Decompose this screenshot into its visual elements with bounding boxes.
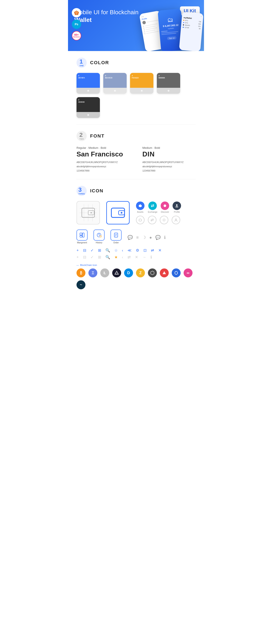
svg-text:!: !: [100, 236, 101, 237]
svg-point-15: [164, 204, 166, 207]
phone-mockups: 9:41 Profile 🗂 $ 6,297,502.12 myWallet: [138, 10, 204, 51]
dot-icon: ●: [150, 235, 152, 240]
plus-icon-faded: +: [76, 255, 79, 260]
search-icon-faded: 🔍: [106, 255, 110, 260]
plus-icon: +: [76, 248, 79, 253]
svg-point-16: [176, 204, 178, 206]
wallet-icon-blue: [106, 201, 130, 224]
icon-discover: Discover: [161, 202, 169, 213]
tab-icons-row: Mangment ! History: [76, 230, 196, 244]
svg-rect-20: [80, 233, 82, 235]
color-section: 1 ONE COLOR #3574FA #8DA0C8 #F5A623 #666…: [68, 51, 204, 124]
share-icon-faded: ⇄: [128, 255, 131, 260]
font-section: 2 TWO FONT Regular · Medium · Bold San F…: [68, 124, 204, 179]
crypto-litecoin: Ł: [100, 268, 109, 277]
swatch-dark: #303030: [76, 97, 100, 118]
icon-profile-outline: [172, 216, 180, 224]
swap-icon: ⇌: [151, 248, 154, 253]
list-add-icon-faded: ⊟: [83, 255, 86, 260]
icon-section: 3 THREE ICON: [68, 180, 204, 302]
svg-marker-17: [139, 219, 142, 221]
font-section-header: 2 TWO FONT: [76, 131, 196, 141]
font-din-style: Medium · Bold: [142, 146, 196, 150]
font-din-chars: ABCDEFGHIJKLMNOPQRSTUVWXYZ abcdefghijklm…: [142, 160, 196, 173]
hero-tool-badges: Ps 60+ Screens: [72, 8, 81, 40]
hero-title: Mobile UI for Blockchain Wallet: [74, 8, 146, 24]
icon-exchange: Exchange: [148, 202, 157, 213]
svg-rect-11: [111, 208, 124, 218]
crypto-chainlink: [172, 268, 180, 277]
info-icon-faded: ℹ: [150, 255, 152, 260]
icon-section-num: 3 THREE: [76, 186, 87, 196]
wallet-icon-grid: [76, 201, 100, 224]
swatch-gray: #666666: [157, 73, 180, 94]
screens-badge: 60+ Screens: [72, 31, 81, 40]
svg-point-18: [163, 219, 165, 221]
svg-marker-34: [162, 271, 166, 274]
qr-icon: ⊞: [98, 248, 101, 253]
back-icon-faded: ‹: [122, 255, 123, 260]
icon-assets-outline: [136, 216, 144, 224]
tool-icons-row-active: + ⊟ ✓ ⊞ 🔍 ☆ ‹ ≪ ⚙ ⊡ ⇌ ✕: [76, 248, 196, 253]
icon-discover-outline: [160, 216, 168, 224]
moon-icon: ☽: [142, 235, 146, 240]
svg-marker-35: [175, 271, 178, 274]
ps-badge: Ps: [72, 20, 81, 29]
tool-icons-row-faded: + ⊟ ✓ ⊞ 🔍 ★ ‹ ⇄ ✕ → ℹ: [76, 255, 196, 260]
icon-history: ! History: [94, 230, 104, 244]
crypto-zcash: Z: [136, 268, 145, 277]
crypto-nimiq: [112, 268, 121, 277]
crypto-bitcoin: ₿: [76, 268, 86, 277]
svg-point-13: [121, 212, 122, 214]
swatch-orange: #F5A623: [130, 73, 154, 94]
icon-mangment: Mangment: [76, 230, 88, 244]
font-din: Medium · Bold DIN ABCDEFGHIJKLMNOPQRSTUV…: [142, 146, 196, 173]
bubble-icon: 💬: [155, 235, 161, 240]
close-icon-faded: ✕: [135, 255, 138, 260]
star-icon: ☆: [114, 248, 118, 253]
font-sf-upper: ABCDEFGHIJKLMNOPQRSTUVWXYZ abcdefghijklm…: [76, 160, 130, 173]
svg-point-10: [90, 212, 92, 214]
icon-section-title: ICON: [90, 188, 104, 194]
star-icon-active: ★: [114, 255, 118, 260]
qr-icon-faded: ⊞: [98, 255, 101, 260]
svg-rect-21: [80, 236, 82, 237]
color-section-num: 1 ONE: [76, 58, 87, 68]
info-icon: ℹ: [164, 235, 166, 240]
misc-icons: 💬 ≡ ☽ ● 💬 ℹ: [128, 235, 166, 244]
swatch-blue: #3574FA: [76, 73, 100, 94]
hero-section: Mobile UI for Blockchain Wallet UI Kit P…: [68, 0, 204, 51]
svg-marker-32: [116, 272, 118, 274]
menu-icon: ≡: [136, 235, 139, 240]
crypto-ethereum: Ξ: [88, 268, 97, 277]
sketch-badge: [72, 8, 81, 18]
font-section-num: 2 TWO: [76, 131, 87, 141]
crypto-polkadot: ∞: [184, 268, 192, 277]
icon-order: Order: [110, 230, 122, 244]
blockchain-label: BlockChain Icon: [76, 264, 196, 266]
crypto-dash: D: [124, 268, 133, 277]
check-icon: ✓: [90, 248, 94, 253]
back-icon: ‹: [122, 248, 123, 253]
font-section-title: FONT: [90, 133, 104, 139]
font-sf-style: Regular · Medium · Bold: [76, 146, 130, 150]
search-icon: 🔍: [106, 248, 110, 253]
color-section-header: 1 ONE COLOR: [76, 58, 196, 68]
phone-mockup-3: + myWallet BTC738 ETH564 WAVES201 QTUM99: [179, 12, 203, 51]
svg-marker-33: [151, 271, 154, 275]
settings-icon: ⚙: [136, 248, 139, 253]
crypto-icons-row: ₿ Ξ Ł D Z ∞ ~: [76, 268, 196, 289]
font-sf-name: San Francisco: [76, 150, 130, 158]
color-swatches: #3574FA #8DA0C8 #F5A623 #666666 #303030: [76, 73, 196, 118]
check-icon-faded: ✓: [90, 255, 94, 260]
list-add-icon: ⊟: [83, 248, 86, 253]
icon-profile: Profile: [172, 202, 181, 213]
hero-title-regular: Mobile UI for Blockchain: [74, 9, 138, 16]
font-sf: Regular · Medium · Bold San Francisco AB…: [76, 146, 130, 173]
icon-exchange-outline: [148, 216, 156, 224]
export-icon: ⊡: [144, 248, 146, 253]
svg-point-19: [175, 219, 176, 220]
forward-icon-faded: →: [142, 255, 146, 260]
icon-section-header: 3 THREE ICON: [76, 186, 196, 196]
crypto-stellar: ~: [76, 280, 86, 289]
